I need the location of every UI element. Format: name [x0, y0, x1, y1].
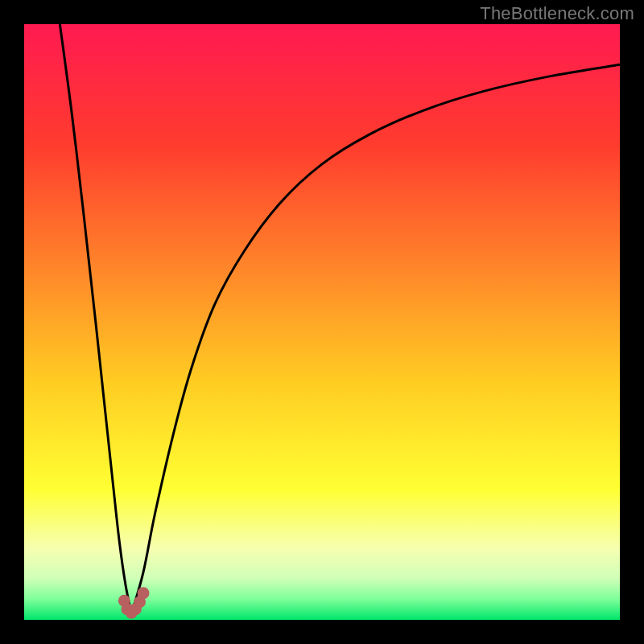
optimum-marker — [138, 587, 150, 599]
plot-area — [24, 24, 620, 620]
gradient-background — [24, 24, 620, 620]
watermark-text: TheBottleneck.com — [480, 3, 634, 24]
chart-svg — [24, 24, 620, 620]
chart-frame: TheBottleneck.com — [0, 0, 644, 644]
